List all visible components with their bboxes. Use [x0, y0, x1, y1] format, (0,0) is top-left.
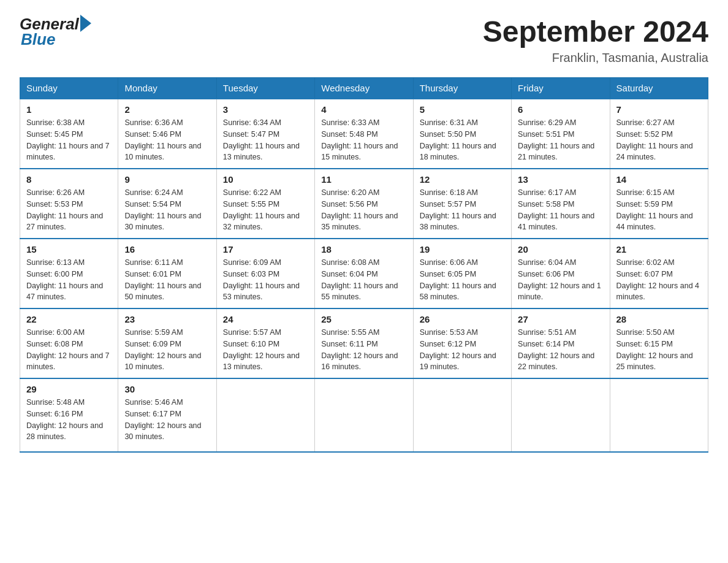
day-info: Sunrise: 6:36 AMSunset: 5:46 PMDaylight:…: [124, 117, 210, 163]
day-number: 22: [26, 314, 112, 324]
day-info: Sunrise: 5:53 AMSunset: 6:12 PMDaylight:…: [420, 327, 505, 373]
day-number: 15: [26, 244, 112, 255]
day-info: Sunrise: 6:02 AMSunset: 6:07 PMDaylight:…: [616, 257, 702, 303]
day-info: Sunrise: 6:31 AMSunset: 5:50 PMDaylight:…: [420, 117, 505, 163]
day-number: 1: [26, 104, 112, 115]
day-info: Sunrise: 6:09 AMSunset: 6:03 PMDaylight:…: [223, 257, 308, 303]
day-number: 25: [321, 314, 406, 324]
calendar-cell: 17Sunrise: 6:09 AMSunset: 6:03 PMDayligh…: [216, 239, 314, 308]
calendar-cell: 1Sunrise: 6:38 AMSunset: 5:45 PMDaylight…: [20, 99, 118, 169]
day-number: 8: [26, 174, 112, 185]
calendar-cell: 3Sunrise: 6:34 AMSunset: 5:47 PMDaylight…: [216, 99, 314, 169]
day-info: Sunrise: 6:26 AMSunset: 5:53 PMDaylight:…: [26, 187, 112, 233]
calendar-cell: 29Sunrise: 5:48 AMSunset: 6:16 PMDayligh…: [20, 378, 118, 452]
day-number: 27: [518, 314, 603, 324]
day-info: Sunrise: 5:57 AMSunset: 6:10 PMDaylight:…: [223, 327, 308, 373]
day-number: 2: [124, 104, 210, 115]
day-number: 14: [616, 174, 702, 185]
day-info: Sunrise: 6:38 AMSunset: 5:45 PMDaylight:…: [26, 117, 112, 163]
calendar-cell: 28Sunrise: 5:50 AMSunset: 6:15 PMDayligh…: [610, 308, 708, 378]
day-info: Sunrise: 6:17 AMSunset: 5:58 PMDaylight:…: [518, 187, 603, 233]
calendar-subtitle: Franklin, Tasmania, Australia: [483, 51, 708, 65]
day-info: Sunrise: 6:20 AMSunset: 5:56 PMDaylight:…: [321, 187, 406, 233]
calendar-cell: [610, 378, 708, 452]
day-info: Sunrise: 6:04 AMSunset: 6:06 PMDaylight:…: [518, 257, 603, 303]
day-info: Sunrise: 6:06 AMSunset: 6:05 PMDaylight:…: [420, 257, 505, 303]
day-number: 26: [420, 314, 505, 324]
day-info: Sunrise: 6:34 AMSunset: 5:47 PMDaylight:…: [223, 117, 308, 163]
day-number: 11: [321, 174, 406, 185]
header-monday: Monday: [118, 78, 216, 99]
calendar-cell: 24Sunrise: 5:57 AMSunset: 6:10 PMDayligh…: [216, 308, 314, 378]
day-number: 10: [223, 174, 308, 185]
day-info: Sunrise: 6:22 AMSunset: 5:55 PMDaylight:…: [223, 187, 308, 233]
header-tuesday: Tuesday: [216, 78, 314, 99]
day-number: 12: [420, 174, 505, 185]
calendar-cell: [512, 378, 610, 452]
calendar-cell: 9Sunrise: 6:24 AMSunset: 5:54 PMDaylight…: [118, 169, 216, 239]
calendar-cell: 25Sunrise: 5:55 AMSunset: 6:11 PMDayligh…: [315, 308, 413, 378]
day-info: Sunrise: 6:27 AMSunset: 5:52 PMDaylight:…: [616, 117, 702, 163]
day-number: 18: [321, 244, 406, 255]
calendar-cell: 4Sunrise: 6:33 AMSunset: 5:48 PMDaylight…: [315, 99, 413, 169]
calendar-cell: 5Sunrise: 6:31 AMSunset: 5:50 PMDaylight…: [413, 99, 511, 169]
calendar-title: September 2024: [483, 15, 708, 48]
calendar-body: 1Sunrise: 6:38 AMSunset: 5:45 PMDaylight…: [20, 99, 708, 452]
calendar-header: SundayMondayTuesdayWednesdayThursdayFrid…: [20, 78, 708, 99]
calendar-cell: 21Sunrise: 6:02 AMSunset: 6:07 PMDayligh…: [610, 239, 708, 308]
day-number: 28: [616, 314, 702, 324]
day-info: Sunrise: 6:15 AMSunset: 5:59 PMDaylight:…: [616, 187, 702, 233]
day-info: Sunrise: 6:18 AMSunset: 5:57 PMDaylight:…: [420, 187, 505, 233]
calendar-cell: 27Sunrise: 5:51 AMSunset: 6:14 PMDayligh…: [512, 308, 610, 378]
calendar-cell: 11Sunrise: 6:20 AMSunset: 5:56 PMDayligh…: [315, 169, 413, 239]
header-wednesday: Wednesday: [315, 78, 413, 99]
page-header: General Blue September 2024 Franklin, Ta…: [20, 15, 708, 65]
day-number: 16: [124, 244, 210, 255]
header-saturday: Saturday: [610, 78, 708, 99]
day-info: Sunrise: 5:48 AMSunset: 6:16 PMDaylight:…: [26, 397, 112, 443]
calendar-cell: [413, 378, 511, 452]
day-info: Sunrise: 6:11 AMSunset: 6:01 PMDaylight:…: [124, 257, 210, 303]
day-number: 9: [124, 174, 210, 185]
calendar-cell: 14Sunrise: 6:15 AMSunset: 5:59 PMDayligh…: [610, 169, 708, 239]
day-info: Sunrise: 6:13 AMSunset: 6:00 PMDaylight:…: [26, 257, 112, 303]
calendar-cell: [315, 378, 413, 452]
calendar-cell: 26Sunrise: 5:53 AMSunset: 6:12 PMDayligh…: [413, 308, 511, 378]
day-number: 17: [223, 244, 308, 255]
day-info: Sunrise: 6:00 AMSunset: 6:08 PMDaylight:…: [26, 327, 112, 373]
title-section: September 2024 Franklin, Tasmania, Austr…: [483, 15, 708, 65]
day-number: 5: [420, 104, 505, 115]
calendar-cell: 10Sunrise: 6:22 AMSunset: 5:55 PMDayligh…: [216, 169, 314, 239]
calendar-cell: [216, 378, 314, 452]
day-number: 21: [616, 244, 702, 255]
calendar-cell: 15Sunrise: 6:13 AMSunset: 6:00 PMDayligh…: [20, 239, 118, 308]
header-sunday: Sunday: [20, 78, 118, 99]
day-number: 20: [518, 244, 603, 255]
day-info: Sunrise: 5:46 AMSunset: 6:17 PMDaylight:…: [124, 397, 210, 443]
logo: General Blue: [20, 15, 91, 49]
day-info: Sunrise: 5:50 AMSunset: 6:15 PMDaylight:…: [616, 327, 702, 373]
header-friday: Friday: [512, 78, 610, 99]
calendar-cell: 19Sunrise: 6:06 AMSunset: 6:05 PMDayligh…: [413, 239, 511, 308]
day-info: Sunrise: 6:08 AMSunset: 6:04 PMDaylight:…: [321, 257, 406, 303]
calendar-cell: 18Sunrise: 6:08 AMSunset: 6:04 PMDayligh…: [315, 239, 413, 308]
calendar-cell: 12Sunrise: 6:18 AMSunset: 5:57 PMDayligh…: [413, 169, 511, 239]
day-number: 13: [518, 174, 603, 185]
calendar-cell: 13Sunrise: 6:17 AMSunset: 5:58 PMDayligh…: [512, 169, 610, 239]
day-number: 3: [223, 104, 308, 115]
calendar-table: SundayMondayTuesdayWednesdayThursdayFrid…: [20, 77, 708, 453]
day-number: 4: [321, 104, 406, 115]
day-number: 24: [223, 314, 308, 324]
calendar-cell: 7Sunrise: 6:27 AMSunset: 5:52 PMDaylight…: [610, 99, 708, 169]
calendar-cell: 2Sunrise: 6:36 AMSunset: 5:46 PMDaylight…: [118, 99, 216, 169]
calendar-cell: 16Sunrise: 6:11 AMSunset: 6:01 PMDayligh…: [118, 239, 216, 308]
day-number: 29: [26, 384, 112, 394]
calendar-cell: 6Sunrise: 6:29 AMSunset: 5:51 PMDaylight…: [512, 99, 610, 169]
logo-blue-text: Blue: [21, 30, 55, 49]
calendar-cell: 23Sunrise: 5:59 AMSunset: 6:09 PMDayligh…: [118, 308, 216, 378]
day-info: Sunrise: 6:24 AMSunset: 5:54 PMDaylight:…: [124, 187, 210, 233]
day-info: Sunrise: 5:51 AMSunset: 6:14 PMDaylight:…: [518, 327, 603, 373]
calendar-cell: 20Sunrise: 6:04 AMSunset: 6:06 PMDayligh…: [512, 239, 610, 308]
header-thursday: Thursday: [413, 78, 511, 99]
day-number: 30: [124, 384, 210, 394]
